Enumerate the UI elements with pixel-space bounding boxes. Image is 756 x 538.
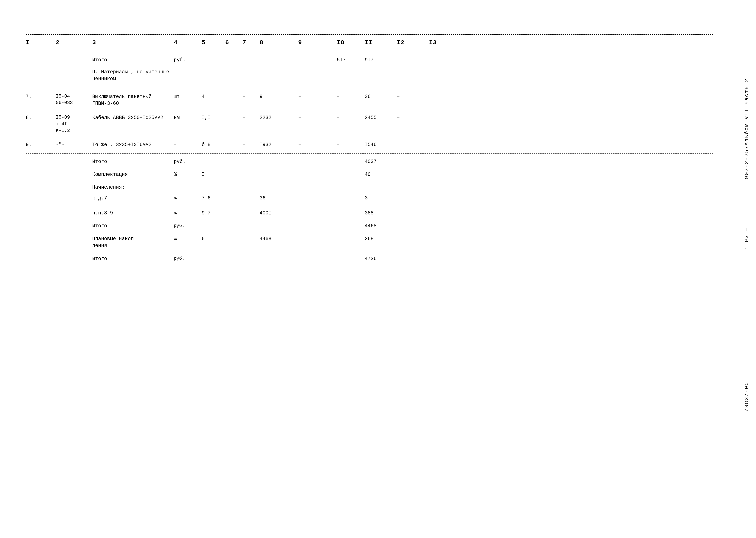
r-komplekt-c5: I bbox=[202, 171, 225, 178]
r-itogo1-c11: 9I7 bbox=[365, 57, 397, 64]
r-plan-c4: % bbox=[174, 236, 202, 242]
row-8: 8. I5-09 т.4I K-I,2 Кабель АВВБ 3х50+Iх2… bbox=[26, 110, 713, 137]
r-plan-c5: 6 bbox=[202, 236, 225, 242]
r-komplekt-c4: % bbox=[174, 171, 202, 178]
col-header-4: 4 bbox=[174, 39, 202, 46]
r8-c4: км bbox=[174, 114, 202, 121]
r-itogo3-c11: 4468 bbox=[365, 223, 397, 230]
r-pp89-c11: 388 bbox=[365, 210, 397, 217]
r7-c2: I5-04 06-033 bbox=[56, 93, 92, 107]
r-pp89-c9: – bbox=[298, 210, 337, 217]
r-kd7-c8: 36 bbox=[260, 195, 298, 201]
r-nach-c3: Начисления: bbox=[92, 184, 174, 191]
r-itogo2-c4: руб. bbox=[174, 158, 202, 165]
r-itogo2-c11: 4037 bbox=[365, 158, 397, 165]
r9-c11: I546 bbox=[365, 141, 397, 148]
r-pp89-c5: 9.7 bbox=[202, 210, 225, 217]
r-pp89-c12: – bbox=[397, 210, 429, 217]
right-label-bot: /3837-05 bbox=[744, 382, 750, 411]
r-plan-c11: 268 bbox=[365, 236, 397, 242]
r-itogo2-c3: Итого bbox=[92, 158, 174, 165]
row-kd7: к д.7 % 7.6 – 36 – – 3 – bbox=[26, 194, 713, 207]
col-header-9: 9 bbox=[298, 39, 337, 46]
r-plan-c8: 4468 bbox=[260, 236, 298, 242]
r-kd7-c7: – bbox=[242, 195, 260, 201]
r8-c8: 2232 bbox=[260, 114, 298, 121]
r9-c10: – bbox=[337, 141, 365, 148]
col-header-2: 2 bbox=[56, 39, 92, 46]
r-pp89-c8: 400I bbox=[260, 210, 298, 217]
r-itogo1-c4: руб. bbox=[174, 57, 202, 64]
r7-c3: Выключатель пакетный ГПВМ-3-60 bbox=[92, 93, 174, 107]
r-kd7-c4: % bbox=[174, 195, 202, 201]
r8-c3: Кабель АВВБ 3х50+Iх25мм2 bbox=[92, 114, 174, 121]
r9-c9: – bbox=[298, 141, 337, 148]
col-header-11: II bbox=[365, 39, 397, 46]
r-kd7-c3: к д.7 bbox=[92, 195, 174, 201]
col-header-13: I3 bbox=[429, 39, 448, 46]
r-mat-c3: П. Материалы , не учтенные ценником bbox=[92, 69, 174, 82]
main-content: I 2 3 4 5 6 7 8 9 IO II I2 I3 Итого руб. bbox=[26, 34, 713, 516]
r7-c8: 9 bbox=[260, 93, 298, 100]
r-pp89-c4: % bbox=[174, 210, 202, 217]
r-itogo1-c10: 5I7 bbox=[337, 57, 365, 64]
row-nachisleniya: Начисления: bbox=[26, 181, 713, 194]
r-itogo1-c3: Итого bbox=[92, 57, 174, 64]
r-itogo4-c11: 4736 bbox=[365, 255, 397, 262]
page: I 2 3 4 5 6 7 8 9 IO II I2 I3 Итого руб. bbox=[0, 0, 756, 538]
r-pp89-c7: – bbox=[242, 210, 260, 217]
r9-c8: I932 bbox=[260, 141, 298, 148]
col-header-5: 5 bbox=[202, 39, 225, 46]
row-itogo4: Итого руб. 4736 bbox=[26, 252, 713, 265]
r8-c9: – bbox=[298, 114, 337, 121]
r-pp89-c3: п.п.8-9 bbox=[92, 210, 174, 217]
row-itogo2: Итого руб. 4037 bbox=[26, 155, 713, 168]
r7-c1: 7. bbox=[26, 93, 56, 100]
r9-c2: -"- bbox=[56, 141, 92, 148]
r7-c12: – bbox=[397, 93, 429, 100]
r-kd7-c9: – bbox=[298, 195, 337, 201]
col-header-7: 7 bbox=[242, 39, 260, 46]
r-plan-c10: – bbox=[337, 236, 365, 242]
r-kd7-c12: – bbox=[397, 195, 429, 201]
r8-c2: I5-09 т.4I K-I,2 bbox=[56, 114, 92, 134]
r-itogo4-c3: Итого bbox=[92, 255, 174, 262]
r8-c10: – bbox=[337, 114, 365, 121]
row-7: 7. I5-04 06-033 Выключатель пакетный ГПВ… bbox=[26, 89, 713, 110]
row-itogo1: Итого руб. 5I7 9I7 – bbox=[26, 50, 713, 67]
r8-c5: I,I bbox=[202, 114, 225, 121]
r-kd7-c10: – bbox=[337, 195, 365, 201]
col-header-6: 6 bbox=[225, 39, 242, 46]
r8-c12: – bbox=[397, 114, 429, 121]
row-9: 9. -"- То же , 3х35+IхI6мм2 – б.8 – I932… bbox=[26, 137, 713, 151]
row-komplekt: Комплектация % I 40 bbox=[26, 168, 713, 181]
col-header-3: 3 bbox=[92, 39, 174, 46]
r-plan-c12: – bbox=[397, 236, 429, 242]
r9-c5: б.8 bbox=[202, 141, 225, 148]
col-header-8: 8 bbox=[260, 39, 298, 46]
col-header-10: IO bbox=[337, 39, 365, 46]
r7-c7: – bbox=[242, 93, 260, 100]
right-label-mid: 1 93 — bbox=[744, 227, 750, 249]
r-komplekt-c3: Комплектация bbox=[92, 171, 174, 178]
r-kd7-c5: 7.6 bbox=[202, 195, 225, 201]
row-itogo3: Итого руб. 4468 bbox=[26, 220, 713, 233]
r-plan-c9: – bbox=[298, 236, 337, 242]
r7-c5: 4 bbox=[202, 93, 225, 100]
r7-c11: 36 bbox=[365, 93, 397, 100]
row-mat-header: П. Материалы , не учтенные ценником bbox=[26, 67, 713, 89]
r7-c4: шт bbox=[174, 93, 202, 100]
r-itogo3-c3: Итого bbox=[92, 223, 174, 230]
r-itogo4-c4: руб. bbox=[174, 255, 202, 262]
row-plan-nakop: Плановые накоп -ления % 6 – 4468 – – 268… bbox=[26, 233, 713, 252]
r-plan-c7: – bbox=[242, 236, 260, 242]
r9-c7: – bbox=[242, 141, 260, 148]
r-itogo3-c4: руб. bbox=[174, 223, 202, 229]
r7-c10: – bbox=[337, 93, 365, 100]
right-label-top: 902-2-257Альбом VII часть 2 bbox=[744, 43, 750, 214]
r-kd7-c11: 3 bbox=[365, 195, 397, 201]
r9-c3: То же , 3х35+IхI6мм2 bbox=[92, 141, 174, 148]
r7-c9: – bbox=[298, 93, 337, 100]
col-header-12: I2 bbox=[397, 39, 429, 46]
r9-c1: 9. bbox=[26, 141, 56, 148]
